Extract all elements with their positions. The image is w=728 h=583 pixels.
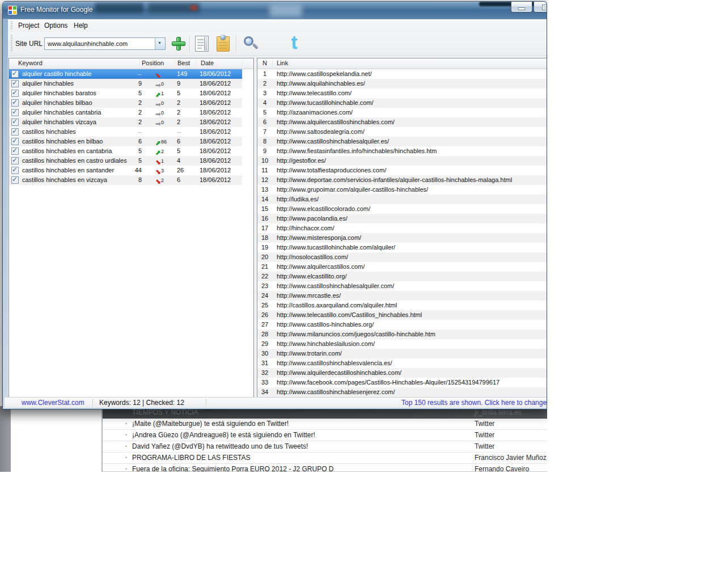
link-row[interactable]: 4 http://www.tucastillohinchable.com/ (257, 98, 547, 108)
keyword-row[interactable]: ✓ alquiler hinchables vizcaya 2 ➡0 2 18/… (9, 117, 242, 127)
link-row[interactable]: 34 http://www.castilloshinchablesenjerez… (257, 387, 547, 397)
keyword-row[interactable]: ✓ alquiler hinchables bilbao 2 ➡0 2 18/0… (9, 98, 242, 108)
keyword-row[interactable]: ✓ castillos hinchables en vizcaya 8 ➡2 6… (9, 175, 242, 185)
keyword-checkbox[interactable]: ✓ (11, 99, 19, 107)
mail-subject[interactable]: TIEMPOS Y NOTICIA (132, 408, 198, 416)
link-row[interactable]: 29 http://www.hinchableslailusion.com/ (257, 339, 547, 349)
link-row[interactable]: 15 http://www.elcastillocolorado.com/ (257, 204, 547, 214)
mail-sender: Fernando Caveiro (475, 465, 529, 472)
link-row[interactable]: 11 http://www.totalfiestaproducciones.co… (257, 166, 547, 175)
link-row[interactable]: 2 http://www.alquilahinchables.es/ (257, 79, 547, 88)
link-row[interactable]: 21 http://www.alquilercastillos.com/ (257, 262, 547, 272)
link-row[interactable]: 27 http://www.castillos-hinchables.org/ (257, 320, 547, 329)
mail-subject[interactable]: PROGRAMA-LIBRO DE LAS FIESTAS (132, 454, 251, 462)
link-row[interactable]: 6 http://www.alquilercastilloshinchables… (257, 117, 547, 127)
check-positions-button[interactable] (243, 35, 260, 52)
keyword-row[interactable]: ✓ alquiler hinchables cantabria 2 ➡0 2 1… (9, 108, 242, 117)
cleverstat-link[interactable]: www.CleverStat.com (22, 399, 84, 407)
column-header-best[interactable]: Best (177, 60, 190, 66)
column-header-position[interactable]: Position (142, 60, 164, 66)
link-url: http://www.trotarin.com/ (277, 350, 342, 357)
keyword-checkbox[interactable]: ✓ (11, 157, 19, 164)
keyword-row[interactable]: ✓ castillos hinchables en cantabria 5 ➡2… (9, 146, 242, 156)
column-header-date[interactable]: Date (201, 60, 214, 66)
site-url-combobox[interactable]: www.alquilaunhinchable.com (44, 37, 166, 50)
background-mail-row[interactable]: • ¡Maite (@Maiteburgue) te está siguiend… (103, 419, 547, 430)
mail-subject[interactable]: ¡Maite (@Maiteburgue) te está siguiendo … (132, 420, 289, 428)
report-button[interactable] (195, 36, 209, 52)
link-row[interactable]: 25 http://castillos.axarquiland.com/alqu… (257, 301, 547, 310)
link-row[interactable]: 7 http://www.saltosdealegria.com/ (257, 127, 547, 137)
keyword-row[interactable]: ✓ castillos hinchables en bilbao 6 ➡86 6… (9, 137, 242, 146)
keyword-checkbox[interactable]: ✓ (11, 128, 19, 136)
mail-subject[interactable]: David Yañez (@DvdYB) ha retwitteado uno … (132, 442, 308, 450)
bullet-icon: • (125, 443, 127, 449)
link-row[interactable]: 23 http://www.castilloshinchablesalquile… (257, 281, 547, 291)
link-row[interactable]: 22 http://www.elcastillito.org/ (257, 272, 547, 281)
keyword-checkbox[interactable]: ✓ (11, 70, 19, 78)
link-number: 14 (257, 196, 272, 202)
keyword-row[interactable]: ✓ alquiler hinchables baratos 5 ➡1 5 18/… (9, 88, 242, 98)
keyword-checkbox[interactable]: ✓ (11, 138, 19, 145)
check-icon: ✓ (12, 166, 18, 174)
keyword-checkbox[interactable]: ✓ (11, 167, 19, 174)
position-value: 2 (113, 109, 142, 116)
link-row[interactable]: 8 http://www.castilloshinchablesalquiler… (257, 137, 547, 146)
link-row[interactable]: 26 http://www.telecastillo.com/Castillos… (257, 310, 547, 320)
link-row[interactable]: 3 http://www.telecastillo.com/ (257, 88, 547, 98)
keyword-checkbox[interactable]: ✓ (11, 147, 19, 155)
link-row[interactable]: 16 http://www.pacolandia.es/ (257, 214, 547, 223)
link-row[interactable]: 33 http://www.facebook.com/pages/Castill… (257, 378, 547, 387)
keyword-row[interactable]: ✓ alquiler castillo hinchable -- ➡ 149 1… (9, 69, 242, 79)
results-notice-link[interactable]: Top 150 results are shown. Click here to… (401, 399, 547, 407)
link-row[interactable]: 12 http://www.deportae.com/servicios-inf… (257, 175, 547, 185)
background-mail-row[interactable]: • ¡Andrea Güezo (@Andreague8) te está si… (103, 430, 547, 441)
background-mail-row[interactable]: • PROGRAMA-LIBRO DE LAS FIESTAS Francisc… (103, 453, 547, 464)
keyword-checkbox[interactable]: ✓ (11, 176, 19, 184)
twitter-icon[interactable]: t (285, 34, 304, 53)
link-row[interactable]: 19 http://www.tucastillohinchable.com/al… (257, 243, 547, 252)
minimize-button[interactable] (511, 2, 532, 12)
link-row[interactable]: 32 http://www.alquilerdecastilloshinchab… (257, 368, 547, 378)
add-keyword-button[interactable] (171, 36, 186, 51)
link-row[interactable]: 5 http://azaanimaciones.com/ (257, 108, 547, 117)
maximize-button[interactable] (534, 2, 547, 12)
link-row[interactable]: 13 http://www.grupoimar.com/alquiler-cas… (257, 185, 547, 195)
link-row[interactable]: 30 http://www.trotarin.com/ (257, 349, 547, 358)
toolbar-grip[interactable] (11, 35, 12, 52)
menu-project[interactable]: Project (15, 21, 43, 30)
keyword-checkbox[interactable]: ✓ (11, 119, 19, 126)
link-row[interactable]: 28 http://www.milanuncios.com/juegos/cas… (257, 329, 547, 339)
link-row[interactable]: 17 http://hinchacor.com/ (257, 223, 547, 233)
link-row[interactable]: 9 http://www.fiestasinfantiles.info/hinc… (257, 146, 547, 156)
link-row[interactable]: 31 http://www.castilloshinchablesvalenci… (257, 358, 547, 368)
link-row[interactable]: 20 http://nosolocastillos.com/ (257, 252, 547, 262)
link-row[interactable]: 14 http://ludika.es/ (257, 195, 547, 204)
column-header-keyword[interactable]: Keyword (18, 60, 43, 66)
link-row[interactable]: 24 http://www.mrcastle.es/ (257, 291, 547, 301)
keyword-row[interactable]: ✓ castillos hinchables en santander 44 ➡… (9, 166, 242, 175)
keyword-row[interactable]: ✓ castillos hinchables en castro urdiale… (9, 156, 242, 166)
keyword-checkbox[interactable]: ✓ (11, 109, 19, 116)
link-row[interactable]: 1 http://www.castillospekelandia.net/ (257, 69, 547, 79)
mail-subject[interactable]: ¡Andrea Güezo (@Andreague8) te está sigu… (132, 431, 315, 439)
menu-grip[interactable] (11, 22, 12, 29)
mail-subject[interactable]: Fuera de la oficina: Seguimiento Porra E… (132, 465, 334, 472)
background-mail-row[interactable]: • Fuera de la oficina: Seguimiento Porra… (103, 464, 547, 472)
background-mail-row[interactable]: • David Yañez (@DvdYB) ha retwitteado un… (103, 441, 547, 453)
best-value: -- (177, 128, 181, 135)
column-header-link[interactable]: Link (277, 60, 288, 66)
notes-button[interactable] (217, 36, 230, 52)
keyword-row[interactable]: ✓ castillos hinchables -- ➡ -- 18/06/201… (9, 127, 242, 137)
link-row[interactable]: 10 http://gestoflor.es/ (257, 156, 547, 166)
keyword-row[interactable]: ✓ alquiler hinchables 9 ➡0 9 18/06/2012 (9, 79, 242, 88)
menu-options[interactable]: Options (41, 21, 71, 30)
keyword-checkbox[interactable]: ✓ (11, 80, 19, 87)
titlebar[interactable]: Free Monitor for Google (3, 2, 547, 19)
menu-help[interactable]: Help (70, 21, 91, 30)
keyword-checkbox[interactable]: ✓ (11, 90, 19, 97)
combo-dropdown-button[interactable] (155, 38, 165, 49)
column-header-n[interactable]: N (263, 60, 267, 66)
best-value: 2 (177, 109, 180, 116)
link-row[interactable]: 18 http://www.misteresponja.com/ (257, 233, 547, 243)
